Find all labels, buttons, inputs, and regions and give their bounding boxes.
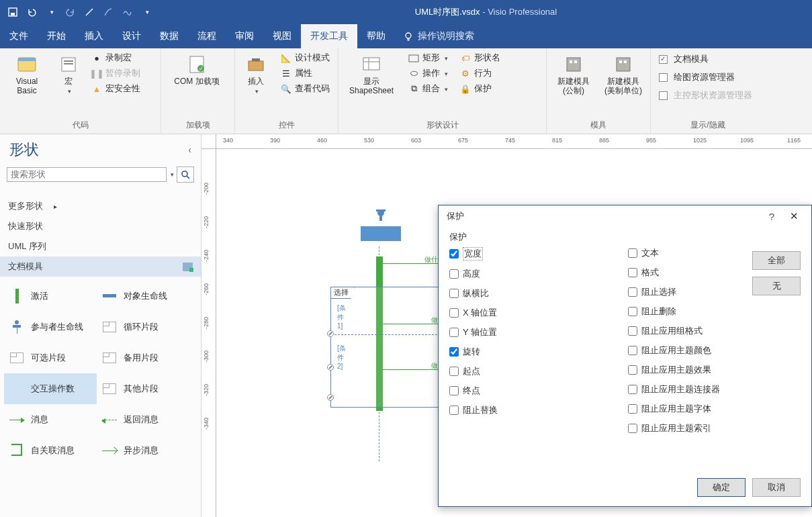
checkbox[interactable] — [628, 404, 637, 414]
line-tool-icon[interactable] — [82, 5, 97, 19]
shape-interaction-operand[interactable]: 交互操作数 — [4, 373, 97, 404]
checkbox[interactable] — [628, 268, 637, 277]
shape-return-message[interactable]: 返回消息 — [97, 404, 189, 435]
shape-name-button[interactable]: 🏷形状名 — [457, 51, 503, 65]
com-addins-button[interactable]: ✓ COM 加载项 — [167, 51, 227, 86]
protect-Y 轴位置[interactable]: Y 轴位置 — [449, 326, 623, 338]
shape-opt-fragment[interactable]: 可选片段 — [4, 342, 97, 373]
checkbox[interactable] — [449, 367, 459, 376]
checkbox[interactable] — [628, 248, 637, 258]
protect-纵横比[interactable]: 纵横比 — [449, 287, 623, 299]
checkbox[interactable] — [628, 307, 637, 316]
checkbox[interactable] — [628, 326, 637, 336]
freeform-tool-icon[interactable] — [120, 5, 134, 19]
shape-async-message[interactable]: 异步消息 — [97, 435, 189, 466]
shape-message[interactable]: 消息 — [4, 404, 97, 435]
protect-阻止应用组格式[interactable]: 阻止应用组格式 — [628, 325, 801, 337]
protect-阻止应用主题字体[interactable]: 阻止应用主题字体 — [628, 403, 801, 415]
search-dropdown-icon[interactable]: ▾ — [171, 171, 174, 178]
undo-dropdown-icon[interactable]: ▾ — [44, 5, 59, 19]
search-input[interactable] — [7, 167, 167, 182]
drawing-explorer-toggle[interactable]: 绘图资源管理器 — [656, 70, 755, 85]
shape-loop-fragment[interactable]: 循环片段 — [97, 312, 189, 342]
undo-icon[interactable] — [24, 5, 39, 19]
tab-help[interactable]: 帮助 — [357, 24, 395, 48]
none-button[interactable]: 无 — [752, 277, 801, 295]
redo-icon[interactable] — [63, 5, 78, 19]
protect-X 轴位置[interactable]: X 轴位置 — [449, 307, 623, 319]
tab-insert[interactable]: 插入 — [75, 24, 113, 48]
protect-宽度[interactable]: 宽度 — [449, 247, 623, 261]
quick-shapes-row[interactable]: 快速形状 — [0, 216, 201, 236]
design-mode-button[interactable]: 📐设计模式 — [278, 51, 332, 65]
checkbox[interactable] — [628, 346, 637, 355]
protect-高度[interactable]: 高度 — [449, 268, 623, 280]
new-stencil-us-button[interactable]: 新建模具 (美制单位) — [602, 51, 645, 95]
more-shapes-row[interactable]: 更多形状 ▸ — [0, 196, 201, 216]
visual-basic-button[interactable]: Visual Basic — [5, 51, 48, 95]
checkbox[interactable] — [449, 289, 459, 298]
insert-control-button[interactable]: 插入▾ — [240, 51, 271, 96]
help-icon[interactable]: ? — [762, 211, 782, 222]
arc-tool-icon[interactable] — [101, 5, 116, 19]
protect-阻止应用主题效果[interactable]: 阻止应用主题效果 — [628, 364, 801, 376]
close-icon[interactable]: ✕ — [782, 210, 806, 222]
record-macro-button[interactable]: ●录制宏 — [89, 51, 143, 65]
shape-self-message[interactable]: 自关联消息 — [4, 435, 97, 466]
view-code-button[interactable]: 🔍查看代码 — [278, 82, 332, 96]
handle[interactable] — [327, 330, 334, 337]
protect-终点[interactable]: 终点 — [449, 385, 623, 397]
ok-button[interactable]: 确定 — [697, 478, 746, 497]
macros-button[interactable]: 宏▾ — [55, 51, 82, 96]
tab-file[interactable]: 文件 — [0, 24, 38, 48]
checkbox[interactable] — [449, 328, 459, 337]
protect-阻止替换[interactable]: 阻止替换 — [449, 404, 623, 416]
search-button[interactable] — [177, 167, 194, 183]
checkbox[interactable] — [449, 269, 459, 279]
protect-阻止应用主题索引[interactable]: 阻止应用主题索引 — [628, 422, 801, 434]
protect-阻止应用主题连接器[interactable]: 阻止应用主题连接器 — [628, 383, 801, 395]
protect-起点[interactable]: 起点 — [449, 365, 623, 377]
tab-process[interactable]: 流程 — [188, 24, 226, 48]
tab-home[interactable]: 开始 — [38, 24, 75, 48]
shape-actor-lifeline[interactable]: 参与者生命线 — [4, 312, 97, 342]
protect-阻止删除[interactable]: 阻止删除 — [628, 306, 801, 318]
uml-sequence-row[interactable]: UML 序列 — [0, 236, 201, 256]
save-icon[interactable] — [5, 5, 20, 19]
protect-旋转[interactable]: 旋转 — [449, 346, 623, 358]
all-button[interactable]: 全部 — [752, 251, 801, 270]
operations-button[interactable]: ⬭操作▾ — [406, 66, 451, 81]
tell-me[interactable]: 操作说明搜索 — [395, 24, 482, 48]
combine-button[interactable]: ⧉组合▾ — [406, 82, 451, 96]
checkbox[interactable] — [449, 347, 459, 357]
protection-button[interactable]: 🔒保护 — [457, 82, 503, 96]
new-stencil-metric-button[interactable]: 新建模具 (公制) — [552, 51, 595, 95]
checkbox[interactable] — [449, 386, 459, 395]
cancel-button[interactable]: 取消 — [752, 478, 801, 497]
shapesheet-button[interactable]: 显示 ShapeSheet — [344, 51, 399, 95]
tab-design[interactable]: 设计 — [113, 24, 150, 48]
checkbox[interactable] — [449, 308, 459, 318]
protect-阻止应用主题颜色[interactable]: 阻止应用主题颜色 — [628, 344, 801, 357]
tab-data[interactable]: 数据 — [150, 24, 188, 48]
handle[interactable] — [327, 394, 334, 401]
shape-object-lifeline[interactable]: 对象生命线 — [97, 281, 189, 312]
checkbox[interactable] — [628, 385, 637, 394]
checkbox[interactable] — [449, 249, 459, 258]
tab-review[interactable]: 审阅 — [226, 24, 263, 48]
handle[interactable] — [327, 364, 334, 371]
checkbox[interactable] — [628, 424, 637, 433]
checkbox[interactable] — [628, 365, 637, 375]
doc-stencil-row[interactable]: 文档模具 — [0, 256, 201, 277]
checkbox[interactable] — [449, 406, 459, 415]
actor-shape[interactable] — [361, 209, 401, 241]
properties-button[interactable]: ☰属性 — [278, 66, 332, 81]
shape-activation[interactable]: 激活 — [4, 281, 97, 312]
behavior-button[interactable]: ⚙行为 — [457, 66, 503, 81]
shape-alt-fragment[interactable]: 备用片段 — [97, 342, 189, 373]
dialog-titlebar[interactable]: 保护 ? ✕ — [439, 205, 811, 227]
qat-customize-icon[interactable]: ▾ — [140, 5, 154, 19]
shape-other-fragment[interactable]: 其他片段 — [97, 373, 189, 404]
rectangle-tool-button[interactable]: 矩形▾ — [406, 51, 451, 65]
tab-view[interactable]: 视图 — [263, 24, 301, 48]
